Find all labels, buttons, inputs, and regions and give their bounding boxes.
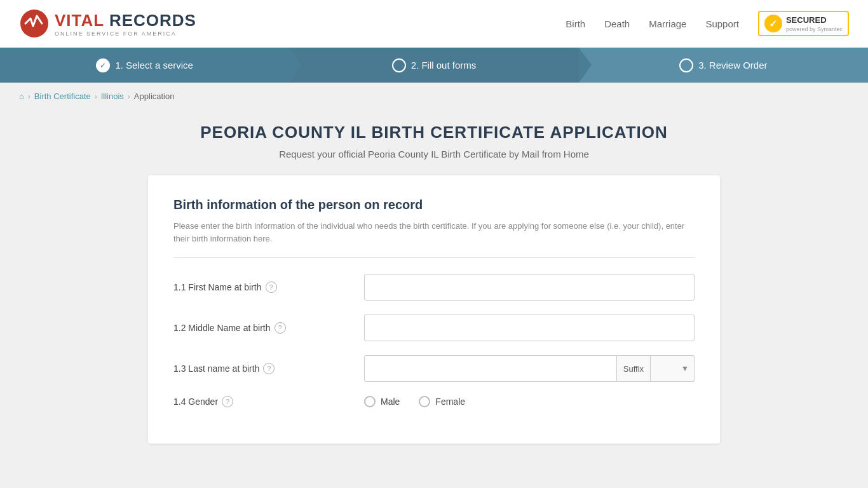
suffix-select[interactable]: Jr Sr II III IV: [651, 356, 681, 381]
suffix-group: Suffix Jr Sr II III IV ▼: [617, 355, 695, 382]
sep-3: ›: [128, 92, 130, 101]
middle-name-label: 1.2 Middle Name at birth ?: [173, 322, 351, 334]
first-name-row: 1.1 First Name at birth ?: [173, 274, 695, 301]
section-desc: Please enter the birth information of th…: [173, 220, 695, 245]
gender-male-radio[interactable]: [364, 396, 376, 407]
gender-help-icon[interactable]: ?: [222, 396, 233, 407]
suffix-chevron-icon: ▼: [681, 364, 689, 373]
last-name-input[interactable]: [364, 355, 617, 382]
logo-text: VITAL RECORDS ONLINE SERVICE FOR AMERICA: [55, 11, 196, 37]
gender-row: 1.4 Gender ? Male Female: [173, 396, 695, 407]
first-name-input[interactable]: [364, 274, 695, 301]
breadcrumb-illinois[interactable]: Illinois: [101, 92, 124, 101]
nav-support[interactable]: Support: [705, 18, 739, 29]
logo-title: VITAL RECORDS: [55, 11, 196, 30]
last-name-inputs: Suffix Jr Sr II III IV ▼: [364, 355, 695, 382]
logo-area: VITAL RECORDS ONLINE SERVICE FOR AMERICA: [19, 8, 196, 39]
logo-vital: VITAL: [55, 11, 104, 30]
nav-marriage[interactable]: Marriage: [649, 18, 686, 29]
step-1-label: 1. Select a service: [115, 60, 193, 71]
progress-step-2[interactable]: 2. Fill out forms: [289, 48, 578, 83]
last-name-help-icon[interactable]: ?: [263, 363, 275, 374]
progress-step-3[interactable]: 3. Review Order: [579, 48, 868, 83]
middle-name-help-icon[interactable]: ?: [275, 322, 286, 334]
progress-bar: ✓ 1. Select a service 2. Fill out forms …: [0, 48, 868, 83]
norton-check-icon: ✓: [764, 15, 782, 32]
middle-name-input[interactable]: [364, 315, 695, 341]
nav-death[interactable]: Death: [604, 18, 630, 29]
breadcrumb: ⌂ › Birth Certificate › Illinois › Appli…: [0, 83, 868, 110]
first-name-help-icon[interactable]: ?: [266, 281, 277, 293]
gender-female-label: Female: [435, 396, 465, 407]
home-icon[interactable]: ⌂: [19, 92, 24, 101]
gender-male-label: Male: [381, 396, 400, 407]
breadcrumb-application: Application: [134, 92, 175, 101]
breadcrumb-birth-certificate[interactable]: Birth Certificate: [34, 92, 91, 101]
last-name-row: 1.3 Last name at birth ? Suffix Jr Sr II…: [173, 355, 695, 382]
nav-birth[interactable]: Birth: [566, 18, 585, 29]
gender-female-radio[interactable]: [419, 396, 430, 407]
first-name-label: 1.1 First Name at birth ?: [173, 281, 351, 293]
step-1-check-icon: ✓: [96, 58, 110, 72]
norton-text: SECURED powered by Symantec: [786, 15, 843, 32]
step-3-label: 3. Review Order: [698, 60, 767, 71]
norton-badge: ✓ SECURED powered by Symantec: [758, 11, 849, 36]
header: VITAL RECORDS ONLINE SERVICE FOR AMERICA…: [0, 0, 868, 48]
gender-options: Male Female: [364, 396, 695, 407]
suffix-label: Suffix: [617, 356, 651, 381]
section-title: Birth information of the person on recor…: [173, 198, 695, 212]
logo-subtitle: ONLINE SERVICE FOR AMERICA: [55, 30, 196, 37]
page-title: PEORIA COUNTY IL BIRTH CERTIFICATE APPLI…: [19, 123, 849, 142]
main-content: PEORIA COUNTY IL BIRTH CERTIFICATE APPLI…: [0, 110, 868, 469]
sep-1: ›: [28, 92, 31, 101]
logo-records: RECORDS: [109, 11, 196, 30]
step-2-circle-icon: [392, 58, 406, 72]
middle-name-row: 1.2 Middle Name at birth ?: [173, 315, 695, 341]
gender-female-option[interactable]: Female: [419, 396, 465, 407]
page-subtitle: Request your official Peoria County IL B…: [19, 149, 849, 159]
sep-2: ›: [95, 92, 97, 101]
gender-male-option[interactable]: Male: [364, 396, 400, 407]
step-3-circle-icon: [679, 58, 693, 72]
progress-step-1[interactable]: ✓ 1. Select a service: [0, 48, 289, 83]
nav-links: Birth Death Marriage Support ✓ SECURED p…: [566, 11, 849, 36]
step-2-label: 2. Fill out forms: [411, 60, 477, 71]
section-divider: [173, 257, 695, 258]
form-card: Birth information of the person on recor…: [148, 175, 720, 444]
last-name-label: 1.3 Last name at birth ?: [173, 363, 351, 374]
logo-icon: [19, 8, 50, 39]
gender-label: 1.4 Gender ?: [173, 396, 351, 407]
